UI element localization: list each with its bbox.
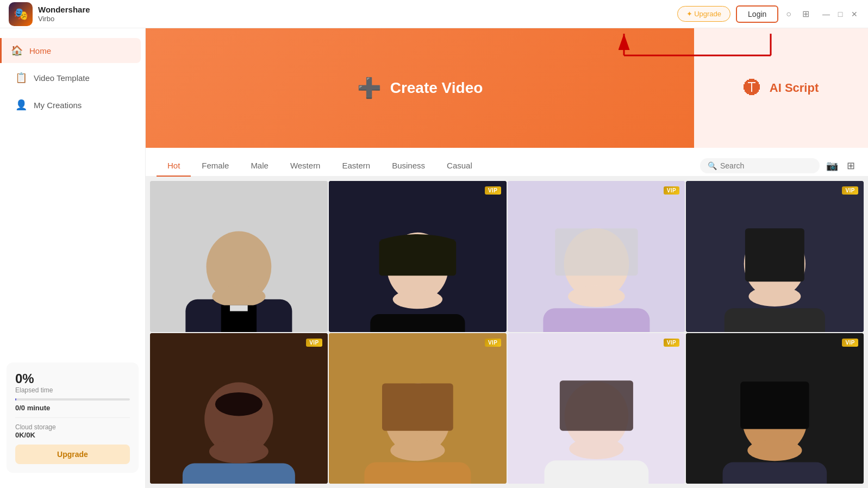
sidebar-storage-panel: 0% Elapsed time 0/0 minute Cloud storage… [7, 362, 139, 473]
vip-badge-raj: VIP [842, 339, 858, 347]
cloud-value: 0K/0K [15, 431, 130, 439]
close-button[interactable]: ✕ [850, 9, 859, 19]
avatar-image-sofia-fashion [686, 181, 864, 332]
filter-tabs: Hot Female Male Western Eastern Business… [157, 155, 700, 176]
notifications-icon[interactable]: ○ [784, 7, 794, 21]
vip-badge-marcus: VIP [306, 339, 322, 347]
storage-percent: 0% [15, 371, 130, 386]
svg-point-29 [215, 392, 263, 416]
tab-eastern[interactable]: Eastern [331, 155, 381, 177]
svg-rect-12 [370, 314, 465, 331]
search-box[interactable]: 🔍 [700, 158, 820, 173]
svg-rect-17 [543, 308, 650, 331]
ai-script-button[interactable]: 🅣 AI Script [694, 28, 868, 148]
home-icon: 🏠 [11, 45, 23, 57]
avatar-svg-sofia-fashion [686, 181, 864, 332]
avatar-grid: Yaowen - Finance VIP Sofia - Staff [146, 177, 868, 488]
sidebar-item-video-template[interactable]: 📋 Video Template [4, 65, 141, 90]
elapsed-label: Elapsed time [15, 386, 130, 394]
sidebar-label-my-creations: My Creations [34, 101, 82, 110]
app-name: Wondershare [38, 5, 90, 15]
avatar-svg-yaowen [150, 181, 328, 332]
avatar-card-sofia-fashion[interactable]: VIP Sofia - Fashion [686, 181, 864, 332]
hero-row: ➕ Create Video 🅣 AI Script [146, 28, 868, 148]
titlebar: 🎭 Wondershare Virbo ✦ Upgrade Login ○ ⊞ … [0, 0, 868, 28]
avatar-svg-david [329, 333, 507, 484]
progress-bar [15, 398, 130, 401]
avatar-card-lily[interactable]: VIP Lily - Fashion [508, 181, 685, 332]
main-layout: 🏠 Home 📋 Video Template 👤 My Creations 0… [0, 28, 868, 488]
tab-business[interactable]: Business [381, 155, 436, 177]
grid-icon[interactable]: ⊞ [800, 7, 811, 21]
svg-point-43 [748, 440, 802, 461]
avatar-image-yaowen [150, 181, 328, 332]
search-input[interactable] [720, 161, 812, 170]
avatar-svg-marcus [150, 333, 328, 484]
app-branding: 🎭 Wondershare Virbo [9, 2, 90, 26]
avatar-card-emma[interactable]: VIP Emma - Fashion [508, 333, 685, 484]
camera-icon[interactable]: 📷 [824, 158, 840, 174]
tab-hot[interactable]: Hot [157, 155, 191, 177]
creations-icon: 👤 [15, 99, 27, 111]
avatar-card-david[interactable]: VIP David - Business [329, 333, 507, 484]
cloud-label: Cloud storage [15, 423, 130, 431]
app-logo: 🎭 [9, 2, 33, 26]
sidebar-item-home[interactable]: 🏠 Home [0, 38, 141, 63]
vip-badge-emma: VIP [664, 339, 680, 347]
sidebar-label-video-template: Video Template [34, 73, 90, 83]
tab-western[interactable]: Western [279, 155, 332, 177]
avatar-svg-emma [508, 333, 685, 484]
svg-point-23 [749, 286, 801, 306]
titlebar-icons: ○ ⊞ [784, 7, 811, 21]
minimize-button[interactable]: — [821, 9, 831, 19]
svg-rect-39 [559, 380, 633, 431]
vip-badge-sofia-fashion: VIP [842, 186, 858, 195]
avatar-card-yaowen[interactable]: Yaowen - Finance [150, 181, 328, 332]
avatar-card-sofia-staff[interactable]: VIP Sofia - Staff [329, 181, 507, 332]
svg-rect-19 [555, 228, 638, 276]
svg-point-18 [568, 286, 625, 307]
svg-rect-14 [379, 240, 456, 276]
app-name-block: Wondershare Virbo [38, 5, 90, 23]
upgrade-sidebar-button[interactable]: Upgrade [15, 445, 130, 464]
vip-badge-lily: VIP [664, 186, 680, 195]
svg-rect-22 [725, 308, 825, 331]
upgrade-button[interactable]: ✦ Upgrade [677, 6, 730, 22]
avatar-card-marcus[interactable]: VIP Marcus - Casual [150, 333, 328, 484]
template-icon: 📋 [15, 72, 27, 84]
sidebar-item-my-creations[interactable]: 👤 My Creations [4, 92, 141, 117]
avatar-svg-sofia-staff [329, 181, 507, 332]
avatar-image-david [329, 333, 507, 484]
avatar-svg-raj [686, 333, 864, 484]
svg-rect-9 [230, 305, 248, 311]
filter-bar: Hot Female Male Western Eastern Business… [146, 148, 868, 177]
create-video-button[interactable]: ➕ Create Video [146, 28, 694, 148]
tab-casual[interactable]: Casual [436, 155, 483, 177]
svg-point-33 [390, 440, 445, 461]
tab-female[interactable]: Female [191, 155, 240, 177]
maximize-button[interactable]: □ [835, 9, 845, 19]
avatar-card-raj[interactable]: VIP Raj - Business [686, 333, 864, 484]
tab-male[interactable]: Male [240, 155, 279, 177]
avatar-svg-lily [508, 181, 685, 332]
sidebar-label-home: Home [29, 46, 51, 55]
vip-badge-sofia-staff: VIP [485, 186, 501, 195]
vip-badge-david: VIP [485, 339, 501, 347]
svg-rect-37 [544, 460, 648, 484]
ai-script-icon: 🅣 [744, 78, 761, 98]
svg-point-38 [569, 437, 623, 459]
avatar-image-lily [508, 181, 685, 332]
window-controls: — □ ✕ [821, 9, 859, 19]
svg-point-28 [209, 440, 268, 464]
grid-view-icon[interactable]: ⊞ [845, 158, 857, 174]
content-area: ➕ Create Video 🅣 AI Script [146, 28, 868, 488]
svg-rect-44 [740, 381, 809, 429]
login-button[interactable]: Login [736, 5, 778, 23]
avatar-image-marcus [150, 333, 328, 484]
avatar-image-raj [686, 333, 864, 484]
time-value: 0/0 minute [15, 404, 130, 412]
sidebar: 🏠 Home 📋 Video Template 👤 My Creations 0… [0, 28, 146, 488]
divider [15, 417, 130, 418]
svg-point-7 [212, 286, 265, 307]
ai-script-label: AI Script [770, 81, 819, 95]
